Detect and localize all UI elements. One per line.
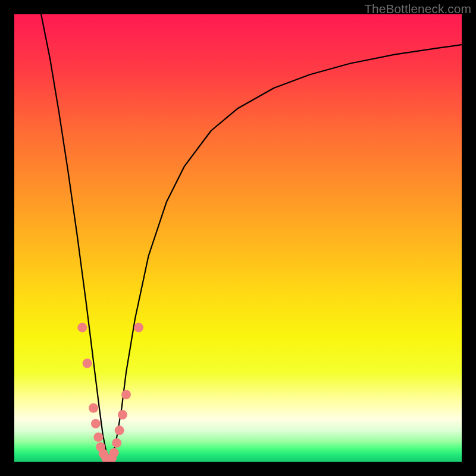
marker-dot [83, 359, 92, 368]
watermark-text: TheBottleneck.com [364, 2, 471, 16]
marker-dot [112, 438, 121, 447]
marker-dot [109, 448, 119, 458]
marker-dot [118, 410, 127, 419]
marker-group [77, 322, 143, 462]
chart-svg [14, 14, 462, 462]
marker-dot [121, 390, 131, 399]
marker-dot [91, 419, 101, 428]
marker-dot [77, 322, 87, 332]
marker-dot [134, 322, 143, 332]
marker-dot [115, 425, 124, 435]
marker-dot [89, 403, 98, 413]
chart-frame: TheBottleneck.com [0, 0, 476, 476]
bottleneck-curve [41, 14, 462, 459]
chart-plot-area [14, 14, 462, 462]
marker-dot [93, 433, 103, 442]
